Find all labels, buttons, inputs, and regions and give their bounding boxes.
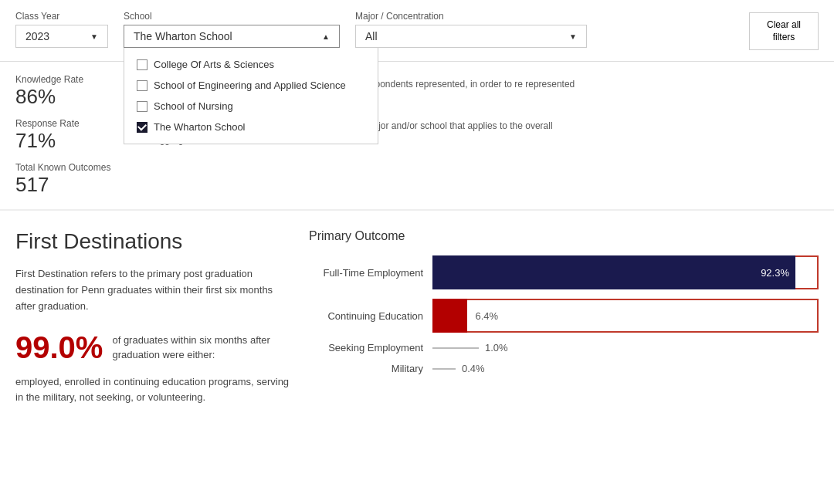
class-year-chevron: ▼ <box>90 32 98 41</box>
school-option-wharton[interactable]: The Wharton School <box>124 117 378 137</box>
destinations-desc: First Destination refers to the primary … <box>15 266 293 314</box>
bar-value-continuing: 6.4% <box>476 310 499 322</box>
school-dropdown-menu: College Of Arts & Sciences School of Eng… <box>124 48 378 144</box>
total-known-label: Total Known Outcomes <box>15 162 154 173</box>
bar-label-fulltime: Full-Time Employment <box>309 267 432 279</box>
bar-label-continuing: Continuing Education <box>309 310 432 322</box>
school-filter: School The Wharton School ▲ College Of A… <box>124 11 340 48</box>
school-checkbox-engineering[interactable] <box>137 80 147 91</box>
school-option-nursing-label: School of Nursing <box>154 100 233 112</box>
school-label: School <box>124 11 340 22</box>
class-year-filter: Class Year 2023 ▼ <box>15 11 108 48</box>
chart-section: Primary Outcome Full-Time Employment 92.… <box>293 229 819 406</box>
percentage-block: 99.0% of graduates within six months aft… <box>15 330 293 365</box>
bar-row-continuing: Continuing Education 6.4% <box>309 299 819 333</box>
school-option-engineering[interactable]: School of Engineering and Applied Scienc… <box>124 75 378 96</box>
major-select[interactable]: All ▼ <box>355 25 587 48</box>
bar-wrap-military: 0.4% <box>432 363 485 374</box>
school-checkbox-wharton[interactable] <box>137 122 147 133</box>
filter-bar: Class Year 2023 ▼ School The Wharton Sch… <box>0 0 834 62</box>
bar-row-fulltime: Full-Time Employment 92.3% <box>309 255 819 289</box>
bar-label-seeking: Seeking Employment <box>309 342 432 353</box>
school-checkbox-arts[interactable] <box>137 59 147 70</box>
major-value: All <box>365 30 378 42</box>
bar-military <box>432 368 456 370</box>
major-label: Major / Concentration <box>355 11 587 22</box>
class-year-label: Class Year <box>15 11 108 22</box>
bar-row-military: Military 0.4% <box>309 363 819 374</box>
bar-row-seeking: Seeking Employment 1.0% <box>309 342 819 353</box>
big-percent: 99.0% <box>15 330 103 365</box>
school-checkbox-nursing[interactable] <box>137 101 147 112</box>
class-year-value: 2023 <box>25 30 49 42</box>
bar-fill-fulltime: 92.3% <box>432 255 795 289</box>
chart-title: Primary Outcome <box>309 229 819 243</box>
school-chevron: ▲ <box>322 32 330 41</box>
percent-desc: of graduates within six months after gra… <box>112 333 293 363</box>
destinations-left: First Destinations First Destination ref… <box>15 229 293 406</box>
major-chevron: ▼ <box>569 32 577 41</box>
school-option-arts[interactable]: College Of Arts & Sciences <box>124 54 378 75</box>
bar-seeking <box>432 347 479 349</box>
bar-value-fulltime: 92.3% <box>761 267 795 279</box>
employed-desc: employed, enrolled in continuing educati… <box>15 374 293 407</box>
bar-value-military: 0.4% <box>462 363 485 374</box>
bar-value-seeking: 1.0% <box>485 342 508 353</box>
class-year-select[interactable]: 2023 ▼ <box>15 25 108 48</box>
school-option-nursing[interactable]: School of Nursing <box>124 96 378 117</box>
school-option-wharton-label: The Wharton School <box>154 121 246 133</box>
destinations-section: First Destinations First Destination ref… <box>0 211 834 425</box>
total-known-group: Total Known Outcomes 517 <box>15 162 154 197</box>
school-value: The Wharton School <box>134 30 232 42</box>
total-known-value: 517 <box>15 173 154 197</box>
school-option-arts-label: College Of Arts & Sciences <box>154 59 274 70</box>
bar-fill-continuing <box>432 299 467 333</box>
major-filter: Major / Concentration All ▼ <box>355 11 587 48</box>
destinations-title: First Destinations <box>15 229 293 254</box>
school-option-engineering-label: School of Engineering and Applied Scienc… <box>154 79 346 91</box>
bar-label-military: Military <box>309 363 432 374</box>
bar-wrap-seeking: 1.0% <box>432 342 508 353</box>
clear-filters-button[interactable]: Clear allfilters <box>749 12 819 50</box>
school-select[interactable]: The Wharton School ▲ <box>124 25 340 48</box>
